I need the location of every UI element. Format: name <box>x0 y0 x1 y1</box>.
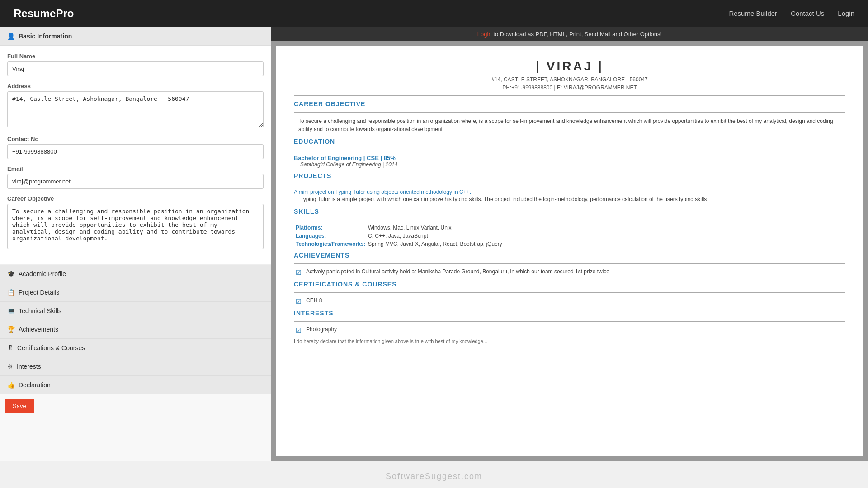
divider-ach <box>294 263 845 264</box>
section-declaration[interactable]: 👍 Declaration <box>0 376 271 394</box>
footer-suffix: .com <box>461 472 482 481</box>
project-desc: Typing Tutor is a simple project with wh… <box>294 195 845 203</box>
email-group: Email <box>7 165 264 189</box>
interest-item-0: ☑ Photography <box>294 326 845 334</box>
save-area: Save <box>0 394 271 418</box>
section-academic[interactable]: 🎓 Academic Profile <box>0 265 271 283</box>
right-panel: Login to Download as PDF, HTML, Print, S… <box>271 27 868 461</box>
email-input[interactable] <box>7 174 264 189</box>
section-certifications-label: Certifications & Courses <box>17 344 85 352</box>
skills-row-2: Technologies/Frameworks: Spring MVC, Jav… <box>294 241 845 247</box>
footer: SoftwareSuggest.com <box>0 461 868 488</box>
address-group: Address #14, Castle Street, Ashoknagar, … <box>7 83 264 129</box>
divider-int <box>294 321 845 322</box>
section-basic-info[interactable]: 👤 Basic Information <box>0 27 271 46</box>
section-declaration-label: Declaration <box>19 381 51 389</box>
certifications-icon: 🎖 <box>7 344 14 352</box>
nav-contact-us[interactable]: Contact Us <box>791 9 824 17</box>
contact-input[interactable] <box>7 144 264 159</box>
basic-info-form: Full Name Address #14, Castle Street, As… <box>0 46 271 265</box>
address-label: Address <box>7 83 264 89</box>
checkbox-icon-0: ☑ <box>296 269 302 276</box>
skills-row-1: Languages: C, C++, Java, JavaScript <box>294 233 845 239</box>
contact-label: Contact No <box>7 136 264 142</box>
section-technical-label: Technical Skills <box>19 307 61 314</box>
skill-label-0: Platforms: <box>296 225 368 231</box>
checkbox-icon-cert-0: ☑ <box>296 298 302 305</box>
skills-row-0: Platforms: Windows, Mac, Linux Variant, … <box>294 225 845 231</box>
declaration-icon: 👍 <box>7 381 15 389</box>
divider-proj <box>294 184 845 184</box>
achievement-item-0: ☑ Actively participated in Cultural acti… <box>294 268 845 276</box>
section-basic-label: Basic Information <box>19 33 72 40</box>
full-name-label: Full Name <box>7 53 264 60</box>
education-title: EDUCATION <box>294 138 845 145</box>
resume-address: #14, CASTLE STREET, ASHOKNAGAR, BANGALOR… <box>294 76 845 83</box>
certification-text-0: CEH 8 <box>306 297 322 304</box>
project-title: A mini project on Typing Tutor using obj… <box>294 189 845 195</box>
career-objective-title: CAREER OBJECTIVE <box>294 100 845 108</box>
divider-edu <box>294 150 845 150</box>
navbar-brand[interactable]: ResumePro <box>14 7 74 20</box>
certifications-title: CERTIFICATIONS & COURSES <box>294 281 845 288</box>
career-objective-input[interactable]: To secure a challenging and responsible … <box>7 204 264 249</box>
checkbox-icon-int-0: ☑ <box>296 327 302 334</box>
divider-top <box>294 95 845 96</box>
skill-value-1: C, C++, Java, JavaScript <box>368 233 428 239</box>
divider-co <box>294 112 845 113</box>
full-name-input[interactable] <box>7 61 264 76</box>
edu-college: Sapthagiri College of Engineering | 2014 <box>294 161 845 168</box>
section-certifications[interactable]: 🎖 Certifications & Courses <box>0 339 271 357</box>
project-icon: 📋 <box>7 289 15 296</box>
full-name-group: Full Name <box>7 53 264 76</box>
nav-login[interactable]: Login <box>838 9 854 17</box>
address-input[interactable]: #14, Castle Street, Ashoknagar, Bangalor… <box>7 91 264 127</box>
email-label: Email <box>7 165 264 172</box>
skill-label-2: Technologies/Frameworks: <box>296 241 368 247</box>
certification-item-0: ☑ CEH 8 <box>294 297 845 305</box>
skill-label-1: Languages: <box>296 233 368 239</box>
login-bar-text: to Download as PDF, HTML, Print, Send Ma… <box>492 31 662 38</box>
achievements-title: ACHIEVEMENTS <box>294 252 845 259</box>
declaration-partial: I do hereby declare that the information… <box>294 338 845 344</box>
resume-preview: | VIRAJ | #14, CASTLE STREET, ASHOKNAGAR… <box>276 46 863 456</box>
career-objective-label: Career Objective <box>7 195 264 202</box>
section-interests-label: Interests <box>17 363 41 370</box>
skills-title: SKILLS <box>294 208 845 215</box>
achievements-icon: 🏆 <box>7 326 15 333</box>
person-icon: 👤 <box>7 33 15 40</box>
section-technical[interactable]: 💻 Technical Skills <box>0 302 271 320</box>
left-panel: 👤 Basic Information Full Name Address #1… <box>0 27 271 461</box>
footer-brand: SoftwareSuggest.com <box>386 467 482 482</box>
main-container: 👤 Basic Information Full Name Address #1… <box>0 27 868 461</box>
interest-text-0: Photography <box>306 326 337 333</box>
divider-cert <box>294 292 845 293</box>
login-link[interactable]: Login <box>477 31 492 38</box>
section-academic-label: Academic Profile <box>19 270 66 277</box>
edu-degree: Bachelor of Engineering | CSE | 85% <box>294 155 845 161</box>
section-achievements-label: Achievements <box>19 326 58 333</box>
nav-resume-builder[interactable]: Resume Builder <box>729 9 777 17</box>
contact-group: Contact No <box>7 136 264 159</box>
navbar-links: Resume Builder Contact Us Login <box>729 9 854 18</box>
footer-brand-name: SoftwareSuggest <box>386 472 461 481</box>
projects-title: PROJECTS <box>294 172 845 179</box>
technical-icon: 💻 <box>7 307 15 314</box>
skill-value-2: Spring MVC, JavaFX, Angular, React, Boot… <box>368 241 502 247</box>
section-achievements[interactable]: 🏆 Achievements <box>0 320 271 339</box>
section-project-label: Project Details <box>19 289 59 296</box>
save-button[interactable]: Save <box>5 399 34 413</box>
career-objective-group: Career Objective To secure a challenging… <box>7 195 264 251</box>
divider-skills <box>294 220 845 220</box>
academic-icon: 🎓 <box>7 270 15 277</box>
login-bar: Login to Download as PDF, HTML, Print, S… <box>271 27 868 41</box>
resume-contact: PH:+91-9999888800 | E: VIRAJ@PROGRAMMER.… <box>294 84 845 91</box>
resume-name: | VIRAJ | <box>294 59 845 74</box>
achievement-text-0: Actively participated in Cultural activi… <box>306 268 609 275</box>
section-project[interactable]: 📋 Project Details <box>0 283 271 302</box>
career-objective-text: To secure a challenging and responsible … <box>294 117 845 133</box>
interests-icon: ⚙ <box>7 363 13 370</box>
interests-title: INTERESTS <box>294 310 845 317</box>
skill-value-0: Windows, Mac, Linux Variant, Unix <box>368 225 452 231</box>
section-interests[interactable]: ⚙ Interests <box>0 357 271 376</box>
